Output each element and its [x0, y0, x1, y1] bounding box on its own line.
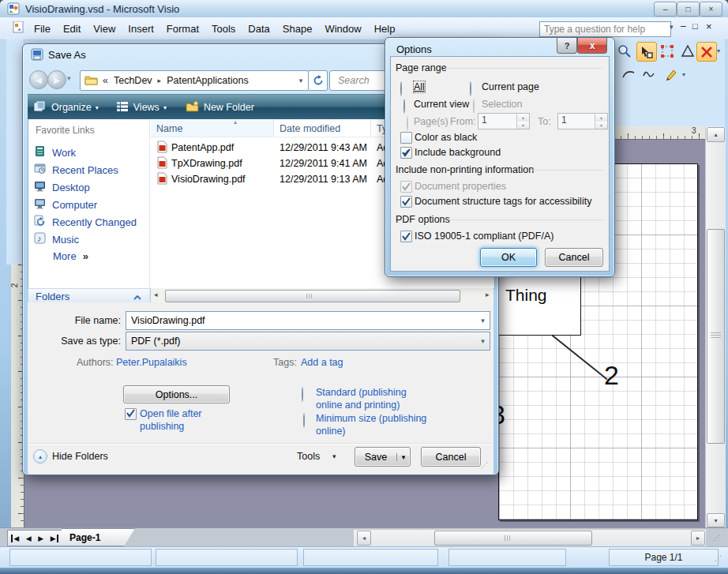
document-tags-label[interactable]: Document structure tags for accessibilit… [415, 196, 591, 207]
options-button[interactable]: Options... [123, 385, 230, 403]
minimum-radio[interactable] [303, 413, 305, 428]
back-button[interactable]: ◀ [29, 70, 48, 89]
menu-data[interactable]: Data [242, 20, 276, 38]
all-radio-label[interactable]: All [414, 81, 425, 92]
color-as-black-checkbox[interactable] [400, 132, 412, 144]
from-page-stepper[interactable]: 1 ▴ ▾ [478, 113, 530, 129]
forward-button[interactable]: ▶ [47, 70, 66, 89]
minimize-button[interactable]: – [654, 2, 677, 17]
views-button[interactable]: Views [133, 102, 159, 113]
folders-expander[interactable]: Folders [28, 288, 149, 303]
all-radio[interactable] [400, 81, 402, 96]
pencil-tool-icon[interactable] [662, 65, 681, 83]
current-view-radio-label[interactable]: Current view [414, 99, 469, 110]
pointer-tool-icon[interactable] [636, 42, 657, 62]
next-page-icon[interactable]: ▶ [38, 535, 43, 542]
address-dropdown-icon[interactable]: ▾ [294, 77, 308, 84]
hide-folders-button[interactable]: Hide Folders [52, 451, 108, 462]
standard-radio-label[interactable]: Standard (publishing online and printing… [316, 386, 430, 411]
standard-radio[interactable] [302, 387, 303, 402]
save-split-dropdown-icon[interactable]: ▾ [396, 453, 410, 461]
history-dropdown-icon[interactable]: ▾ [67, 74, 71, 82]
menu-edit[interactable]: Edit [57, 20, 87, 38]
include-background-label[interactable]: Include background [415, 147, 501, 158]
organize-button[interactable]: Organize [51, 102, 92, 113]
list-scroll-thumb[interactable] [165, 290, 460, 302]
menu-window[interactable]: Window [318, 20, 367, 38]
scroll-left-button[interactable]: ◂ [357, 531, 371, 546]
breadcrumb-separator-icon[interactable]: ▸ [158, 77, 162, 84]
file-name-dropdown-icon[interactable]: ▾ [476, 317, 490, 325]
color-as-black-label[interactable]: Color as black [415, 132, 477, 143]
sidebar-item-music[interactable]: ♪ Music [34, 232, 79, 246]
toolbar-overflow2-icon[interactable]: ▾ [682, 71, 685, 78]
menu-view[interactable]: View [87, 20, 122, 38]
close-button[interactable]: × [700, 2, 722, 17]
current-page-radio-label[interactable]: Current page [482, 81, 539, 92]
list-scroll-left-icon[interactable]: ◂ [154, 291, 158, 298]
list-scroll-right-icon[interactable]: ▸ [486, 291, 490, 298]
pages-radio[interactable] [407, 116, 408, 131]
help-question-input[interactable]: Type a question for help [539, 21, 671, 37]
breadcrumb-patentapplications[interactable]: PatentApplications [167, 75, 249, 86]
add-tag-link[interactable]: Add a tag [301, 357, 343, 368]
menu-insert[interactable]: Insert [122, 20, 160, 38]
views-dropdown-icon[interactable]: ▾ [163, 104, 167, 111]
stepper-down-icon[interactable]: ▾ [595, 122, 607, 129]
new-folder-button[interactable]: New Folder [204, 102, 254, 113]
current-view-radio[interactable] [403, 99, 405, 114]
menu-help[interactable]: Help [368, 20, 402, 38]
save-type-select[interactable]: PDF (*.pdf) ▾ [126, 332, 490, 351]
dialog-resize-grip-icon[interactable]: ⋰ [481, 461, 489, 469]
breadcrumb-overflow[interactable]: « [103, 75, 108, 86]
doc-close-button[interactable]: × [706, 21, 712, 32]
iso-compliant-label[interactable]: ISO 19005-1 compliant (PDF/A) [415, 231, 554, 242]
save-type-dropdown-icon[interactable]: ▾ [476, 337, 490, 345]
sidebar-item-computer[interactable]: Computer [34, 197, 97, 212]
sidebar-item-desktop[interactable]: Desktop [34, 180, 90, 194]
vertical-scroll-thumb[interactable] [707, 229, 725, 444]
horizontal-scroll-thumb[interactable] [434, 531, 592, 546]
freeform-tool-icon[interactable] [640, 65, 659, 83]
help-dropdown-icon[interactable]: ▾ [670, 23, 674, 31]
menu-tools[interactable]: Tools [205, 20, 242, 38]
column-header-date[interactable]: Date modified [280, 123, 340, 134]
maximize-button[interactable]: □ [677, 2, 700, 17]
minimum-radio-label[interactable]: Minimum size (publishing online) [316, 412, 430, 437]
resize-grip-icon[interactable]: ⋰ [713, 534, 721, 542]
stepper-down-icon[interactable]: ▾ [517, 122, 529, 129]
stepper-up-icon[interactable]: ▴ [595, 114, 607, 122]
tools-dropdown-icon[interactable]: ▾ [332, 452, 336, 460]
authors-value-link[interactable]: Peter.Pupalaikis [116, 357, 187, 368]
file-name-input[interactable]: VisioDrawing.pdf ▾ [126, 311, 490, 330]
hide-folders-icon[interactable]: ▴ [33, 449, 47, 463]
menu-shape[interactable]: Shape [276, 20, 319, 38]
menu-file[interactable]: File [28, 20, 57, 38]
scroll-up-button[interactable]: ▴ [707, 127, 725, 142]
toolbar-overflow-icon[interactable]: ▾ [717, 47, 720, 54]
breadcrumb-techdev[interactable]: TechDev [114, 75, 152, 86]
stepper-up-icon[interactable]: ▴ [517, 114, 529, 122]
tools-dropdown-button[interactable]: Tools [297, 451, 320, 462]
ok-button[interactable]: OK [480, 248, 537, 267]
page-1-tab[interactable]: Page-1 [62, 528, 135, 546]
current-page-radio[interactable] [470, 81, 471, 96]
first-page-icon[interactable]: ◀ [11, 535, 19, 542]
options-cancel-button[interactable]: Cancel [545, 248, 603, 267]
arc-tool-icon[interactable] [619, 65, 638, 83]
delete-tool-icon[interactable] [696, 42, 717, 62]
sidebar-more-link[interactable]: More » [53, 250, 88, 262]
scroll-right-button[interactable]: ▸ [691, 531, 705, 546]
doc-restore-button[interactable]: □ [692, 21, 698, 31]
dialog-help-button[interactable]: ? [557, 38, 577, 54]
select-area-tool-icon[interactable] [658, 42, 677, 60]
page-nav-buttons[interactable]: ◀ ◀ ▶ ▶ [7, 530, 62, 546]
last-page-icon[interactable]: ▶ [51, 535, 58, 542]
selection-radio[interactable] [473, 99, 475, 114]
dialog-close-button[interactable]: x [577, 38, 607, 54]
doc-minimize-button[interactable]: – [681, 21, 686, 32]
to-page-stepper[interactable]: 1 ▴ ▾ [557, 113, 608, 129]
sidebar-item-recent-places[interactable]: Recent Places [34, 163, 118, 177]
zoom-tool-icon[interactable] [615, 42, 634, 60]
scroll-down-button[interactable]: ▾ [707, 513, 725, 527]
